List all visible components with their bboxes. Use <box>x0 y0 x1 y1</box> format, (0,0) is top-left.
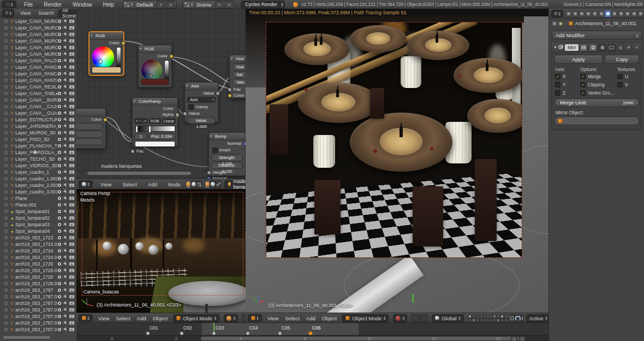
viewport-menu-item[interactable]: Select <box>282 315 302 321</box>
expand-toggle[interactable] <box>4 315 8 318</box>
outliner-item[interactable]: arch19_053_1787.0 <box>0 307 76 313</box>
selectability-cursor-icon[interactable] <box>63 262 68 266</box>
delete-modifier-button[interactable]: × <box>633 44 640 50</box>
expand-toggle[interactable] <box>4 289 8 292</box>
value-field[interactable]: Value: 1.000 <box>187 117 216 124</box>
outliner-menu-item[interactable]: Search <box>34 10 58 16</box>
renderability-camera-icon[interactable] <box>69 321 74 325</box>
expand-toggle[interactable] <box>4 308 8 311</box>
visibility-eye-icon[interactable] <box>57 327 62 332</box>
outliner-item[interactable]: Layer_TECHO_3D <box>0 156 76 162</box>
renderability-camera-icon[interactable] <box>69 184 74 187</box>
transform-orientation-selector[interactable]: Global ▴▾ <box>432 314 463 322</box>
renderability-camera-icon[interactable] <box>69 33 74 36</box>
expand-toggle[interactable] <box>4 302 8 305</box>
node-header[interactable]: RGB <box>90 32 123 40</box>
selectability-cursor-icon[interactable] <box>63 242 68 246</box>
axis-checkbox[interactable] <box>555 82 560 87</box>
renderability-camera-icon[interactable] <box>69 236 74 239</box>
renderability-camera-icon[interactable] <box>69 328 74 331</box>
hue-field[interactable]: Sat <box>232 71 246 78</box>
selectability-cursor-icon[interactable] <box>63 65 68 69</box>
mode-selector[interactable]: Object Mode ▴▾ <box>342 314 389 322</box>
layer-toggle[interactable] <box>472 315 475 318</box>
layer-toggle[interactable] <box>476 315 479 318</box>
renderability-camera-icon[interactable] <box>69 157 74 161</box>
node-header[interactable]: RGB <box>139 45 171 53</box>
outliner-item[interactable]: Layer_CAVA__CAJA_ <box>0 103 76 110</box>
value-slider[interactable] <box>164 60 169 81</box>
renderability-camera-icon[interactable] <box>69 256 74 259</box>
selectability-cursor-icon[interactable] <box>63 72 68 76</box>
outliner-item[interactable]: Layer_CAVA_PANTAL <box>0 77 76 84</box>
visibility-eye-icon[interactable] <box>57 150 62 155</box>
ramp-stop[interactable] <box>135 126 138 133</box>
mode-selector[interactable]: Object Mode ▴▾ <box>173 314 219 322</box>
snap-target-selector[interactable]: Active ▴▾ <box>526 314 549 322</box>
selectability-cursor-icon[interactable] <box>63 131 68 135</box>
properties-tab[interactable] <box>637 10 643 17</box>
renderability-camera-icon[interactable] <box>69 190 74 193</box>
renderability-camera-icon[interactable] <box>69 210 74 213</box>
texture-checkbox[interactable] <box>617 82 623 87</box>
outliner-item[interactable]: Layer_CAVA_MURO_ <box>0 44 76 51</box>
renderability-camera-icon[interactable] <box>69 302 74 305</box>
value-slider[interactable] <box>116 47 121 69</box>
color-swatch[interactable] <box>141 79 169 85</box>
expand-toggle[interactable] <box>4 328 8 331</box>
layer-toggle[interactable] <box>504 315 508 318</box>
editor-type-3dview-icon[interactable]: ▴▾ <box>248 314 262 322</box>
expand-toggle[interactable] <box>4 46 8 49</box>
visibility-eye-icon[interactable] <box>57 196 62 201</box>
expand-toggle[interactable] <box>4 33 8 36</box>
visibility-eye-icon[interactable] <box>57 314 62 319</box>
outliner-item[interactable]: Spot_lampara01 <box>0 208 76 215</box>
selectability-cursor-icon[interactable] <box>63 209 68 214</box>
selectability-cursor-icon[interactable] <box>63 45 68 50</box>
visibility-eye-icon[interactable] <box>57 104 62 109</box>
copy-button[interactable]: Copy <box>605 55 639 64</box>
selectability-cursor-icon[interactable] <box>63 137 68 142</box>
camera-preview-viewport[interactable]: Camera Persp Meters Camera_butacas (3) A… <box>76 189 246 313</box>
move-modifier-up-button[interactable]: ▲ <box>617 44 624 51</box>
selectability-cursor-icon[interactable] <box>63 26 68 30</box>
expand-toggle[interactable] <box>4 85 8 89</box>
visibility-eye-icon[interactable] <box>57 288 62 292</box>
node-editor-menu-item[interactable]: Select <box>117 181 142 187</box>
outliner-item[interactable]: arch19_053_1724.0 <box>0 254 76 261</box>
renderability-camera-icon[interactable] <box>69 85 74 89</box>
modifier-name-field[interactable]: Mirr <box>565 44 579 51</box>
selectability-cursor-icon[interactable] <box>63 85 68 89</box>
selectability-cursor-icon[interactable] <box>63 321 68 325</box>
outliner-horizontal-scrollbar[interactable] <box>3 336 50 339</box>
visibility-eye-icon[interactable] <box>57 52 62 56</box>
move-modifier-down-button[interactable]: ▼ <box>625 44 632 51</box>
timeline-scrollbar[interactable] <box>201 337 520 340</box>
delete-scene-button[interactable]: × <box>225 1 233 8</box>
viewport-shading-selector[interactable]: ▴▾ <box>224 314 238 322</box>
renderability-camera-icon[interactable] <box>69 295 74 298</box>
outliner-item[interactable]: arch19_053_1787.0 <box>0 293 76 300</box>
renderability-camera-icon[interactable] <box>69 52 74 56</box>
visibility-eye-icon[interactable] <box>57 124 62 128</box>
ramp-position-field[interactable]: Pos: 0.334 <box>148 133 176 140</box>
expand-toggle[interactable] <box>4 92 8 95</box>
option-checkbox[interactable] <box>580 90 586 96</box>
selectability-cursor-icon[interactable] <box>63 124 68 128</box>
renderability-camera-icon[interactable] <box>69 144 74 148</box>
option-checkbox[interactable] <box>580 74 586 79</box>
viewport-menu-item[interactable]: Object <box>150 315 171 321</box>
layer-toggle[interactable] <box>500 315 504 318</box>
selectability-cursor-icon[interactable] <box>63 150 68 155</box>
texture-checkbox[interactable] <box>617 74 623 79</box>
selectability-cursor-icon[interactable] <box>63 281 68 286</box>
timeline-close-icon[interactable]: × <box>519 336 526 341</box>
visibility-eye-icon[interactable] <box>57 137 62 142</box>
expand-toggle[interactable] <box>4 197 8 200</box>
visibility-eye-icon[interactable] <box>57 209 62 214</box>
outliner-item[interactable]: Layer_CAVA_MUROS <box>0 25 76 31</box>
timeline-clock-icon[interactable]: ◷ <box>511 336 517 341</box>
outliner-item[interactable]: Layer_CAVA_PANCA <box>0 70 76 77</box>
outliner-item[interactable]: Spot_lampara03 <box>0 221 76 228</box>
layer-toggle[interactable] <box>468 319 472 322</box>
